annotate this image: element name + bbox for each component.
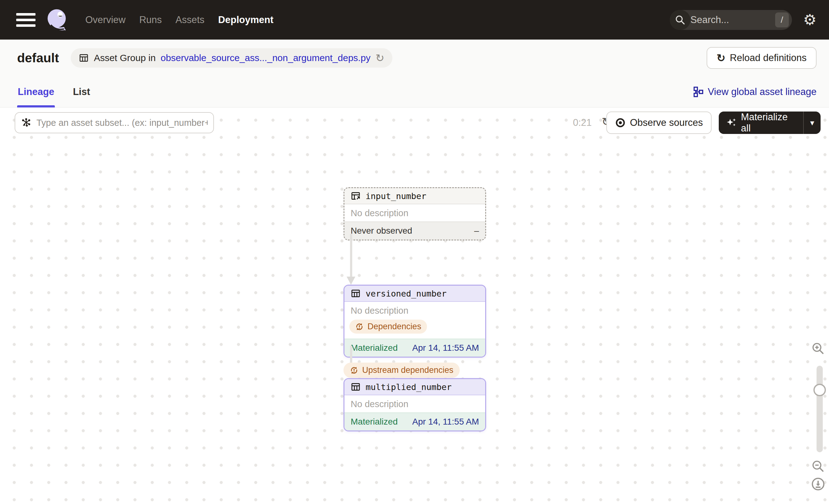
asset-description: No description	[345, 204, 485, 221]
tab-lineage[interactable]: Lineage	[17, 76, 55, 107]
lineage-graph-canvas[interactable]: 0:21 ↻ Observe sources Materialize all ▾	[0, 108, 829, 504]
reload-icon: ↻	[717, 52, 726, 64]
caret-down-icon: ▾	[810, 118, 814, 128]
nav-deployment[interactable]: Deployment	[218, 14, 274, 26]
dependencies-tag-label: Dependencies	[367, 322, 421, 331]
refresh-countdown: 0:21	[573, 117, 592, 128]
asset-status-row: Never observed –	[345, 221, 485, 240]
asset-status-value: –	[474, 226, 479, 236]
asset-tags: Dependencies	[345, 319, 485, 338]
top-navbar: Overview Runs Assets Deployment / ⚙	[0, 0, 829, 40]
upstream-dependencies-label: Upstream dependencies	[362, 365, 454, 375]
asset-status-value[interactable]: Apr 14, 11:55 AM	[412, 417, 479, 427]
reload-location-icon[interactable]: ↻	[375, 52, 385, 64]
materialize-all-label: Materialize all	[741, 111, 796, 134]
tab-list[interactable]: List	[72, 76, 91, 107]
hamburger-menu-icon[interactable]	[16, 13, 36, 27]
table-icon	[79, 53, 89, 63]
dependencies-tag[interactable]: Dependencies	[350, 320, 427, 334]
page-title: default	[17, 51, 59, 65]
observe-sources-button[interactable]: Observe sources	[606, 111, 712, 134]
table-icon	[351, 382, 361, 392]
search-shortcut-badge: /	[775, 12, 789, 27]
gear-icon[interactable]: ⚙	[803, 12, 817, 27]
main-navigation: Overview Runs Assets Deployment	[85, 14, 274, 26]
asset-subset-input[interactable]	[36, 118, 208, 128]
view-global-asset-lineage-link[interactable]: View global asset lineage	[693, 86, 817, 98]
asset-name: input_number	[366, 191, 426, 201]
asset-graph-filter-icon	[21, 117, 31, 128]
zoom-in-icon[interactable]	[811, 341, 825, 355]
download-image-icon[interactable]	[811, 477, 825, 491]
materialize-all-button[interactable]: Materialize all ▾	[719, 111, 821, 134]
dagster-logo-icon[interactable]	[44, 7, 69, 32]
asset-node-versioned-number[interactable]: versioned_number No description Dependen…	[344, 285, 486, 358]
dagster-app: Overview Runs Assets Deployment / ⚙ defa…	[0, 0, 829, 504]
tabs-bar: Lineage List View global asset lineage	[0, 76, 829, 107]
search-input[interactable]	[690, 14, 775, 26]
asset-status-label: Materialized	[351, 417, 398, 427]
asset-group-breadcrumb: Asset Group in observable_source_ass..._…	[71, 48, 392, 68]
asset-node-header: versioned_number	[345, 286, 485, 302]
asset-subset-filter[interactable]	[15, 112, 214, 133]
search-icon	[670, 10, 690, 30]
observable-table-icon	[351, 191, 361, 201]
nav-overview[interactable]: Overview	[85, 14, 125, 26]
asset-status-row: Materialized Apr 14, 11:55 AM	[345, 412, 485, 431]
zoom-slider-track[interactable]	[817, 366, 823, 452]
asset-status-label: Materialized	[351, 343, 398, 353]
edge-input-to-versioned	[350, 233, 352, 277]
table-icon	[351, 288, 361, 298]
observe-eye-icon	[615, 117, 626, 128]
observe-sources-label: Observe sources	[630, 117, 703, 128]
lineage-graph-icon	[693, 86, 704, 97]
view-global-asset-lineage-label: View global asset lineage	[708, 86, 817, 98]
asset-node-header: multiplied_number	[345, 379, 485, 395]
edge-versioned-to-multiplied	[350, 346, 352, 363]
asset-status-value[interactable]: Apr 14, 11:55 AM	[412, 343, 479, 353]
changed-dependencies-icon	[350, 366, 358, 375]
upstream-dependencies-tag[interactable]: Upstream dependencies	[344, 363, 460, 378]
changed-dependencies-icon	[355, 322, 364, 331]
asset-description: No description	[345, 395, 485, 412]
asset-node-input-number[interactable]: input_number No description Never observ…	[344, 187, 486, 241]
asset-node-multiplied-number[interactable]: multiplied_number No description Materia…	[344, 378, 486, 431]
reload-definitions-button[interactable]: ↻ Reload definitions	[707, 47, 817, 69]
edge-arrowhead-icon	[347, 277, 355, 285]
global-search[interactable]: /	[670, 10, 792, 30]
sparkles-icon	[726, 117, 736, 128]
nav-assets[interactable]: Assets	[176, 14, 205, 26]
page-header: default Asset Group in observable_source…	[0, 40, 829, 76]
zoom-out-icon[interactable]	[811, 459, 825, 473]
asset-name: multiplied_number	[366, 382, 452, 392]
asset-description: No description	[345, 302, 485, 319]
zoom-slider-handle[interactable]	[814, 384, 826, 396]
asset-name: versioned_number	[366, 289, 446, 298]
asset-node-header: input_number	[345, 188, 485, 204]
asset-group-label: Asset Group in	[94, 52, 155, 63]
asset-status-row: Materialized Apr 14, 11:55 AM	[345, 338, 485, 357]
asset-group-file-link[interactable]: observable_source_ass..._non_argument_de…	[161, 52, 370, 63]
materialize-dropdown-button[interactable]: ▾	[803, 111, 821, 134]
nav-runs[interactable]: Runs	[139, 14, 161, 26]
reload-definitions-label: Reload definitions	[730, 52, 806, 64]
asset-status-label: Never observed	[351, 226, 412, 236]
